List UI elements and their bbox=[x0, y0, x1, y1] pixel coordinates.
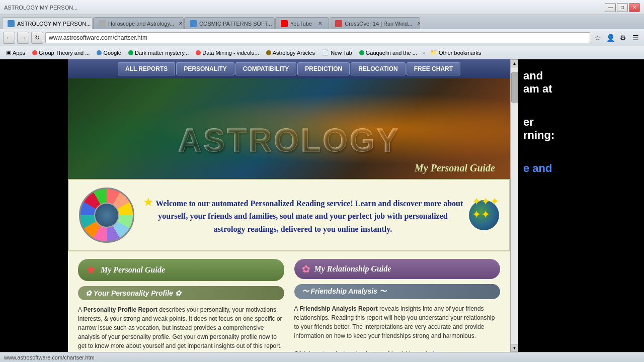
tab-crossover[interactable]: CrossOver 14 | Run Wind... ✕ bbox=[330, 17, 420, 29]
back-button[interactable]: ← bbox=[3, 32, 15, 44]
personality-profile-header: ✿ Your Personality Profile ✿ bbox=[78, 286, 284, 300]
friendship-analysis-header: 〜 Friendship Analysis 〜 bbox=[294, 284, 501, 299]
hero-subtitle: My Personal Guide bbox=[415, 162, 495, 174]
star-red-icon: ★ bbox=[86, 263, 97, 277]
personality-strong: Personality Profile Report bbox=[84, 306, 157, 313]
friendship-order-link[interactable]: Click here to select and order your frie… bbox=[294, 350, 439, 352]
bookmark-other[interactable]: 📁 Other bookmarks bbox=[428, 49, 483, 56]
personal-guide-label: My Personal Guide bbox=[101, 265, 165, 275]
bookmark-label-newtab: New Tab bbox=[331, 50, 352, 56]
bookmark-astrology-articles[interactable]: Astrology Articles bbox=[264, 49, 317, 56]
nav-compatibility[interactable]: COMPATIBILITY bbox=[235, 62, 297, 75]
user-icon[interactable]: 👤 bbox=[605, 32, 616, 43]
bookmark-label-data: Data Mining - videolu... bbox=[202, 50, 259, 56]
menu-icon[interactable]: ☰ bbox=[630, 32, 641, 43]
tab-horoscope[interactable]: Horoscope and Astrology... ✕ bbox=[93, 17, 184, 29]
right-text-3: er bbox=[523, 116, 639, 129]
personality-header-text: ✿ Your Personality Profile ✿ bbox=[86, 289, 181, 297]
dot-icon-gauq bbox=[359, 50, 364, 55]
stars-right: ✦✦✦✦✦ bbox=[472, 195, 499, 221]
tab-close-horoscope[interactable]: ✕ bbox=[179, 20, 183, 27]
main-area: ALL REPORTS PERSONALITY COMPATIBILITY PR… bbox=[0, 59, 644, 352]
bookmark-label-other: Other bookmarks bbox=[439, 50, 481, 56]
guides-section: ★ My Personal Guide ✿ Your Personality P… bbox=[68, 251, 510, 352]
tab-astrology[interactable]: ASTROLOGY MY PERSON... ✕ bbox=[2, 17, 93, 29]
personality-read-more-link[interactable]: Click here... bbox=[78, 351, 110, 352]
tab-youtube[interactable]: YouTube ✕ bbox=[275, 17, 329, 29]
scroll-up-button[interactable]: ▲ bbox=[511, 59, 519, 67]
status-bar: www.astrosoftware.com/chartser.htm bbox=[0, 352, 644, 362]
bookmark-label-group: Group Theory and ... bbox=[39, 50, 90, 56]
left-black-panel bbox=[0, 59, 68, 352]
scroll-thumb[interactable] bbox=[511, 72, 518, 103]
page-icon: 📄 bbox=[322, 49, 329, 56]
scroll-track[interactable] bbox=[511, 67, 518, 344]
tab-cosmic[interactable]: COSMIC PATTERNS SOFT... ✕ bbox=[184, 17, 275, 29]
bookmark-group-theory[interactable]: Group Theory and ... bbox=[30, 49, 92, 56]
site-navigation: ALL REPORTS PERSONALITY COMPATIBILITY PR… bbox=[68, 59, 510, 78]
maximize-button[interactable]: □ bbox=[617, 3, 628, 12]
close-button[interactable]: ✕ bbox=[629, 3, 640, 12]
nav-prediction[interactable]: PREDICTION bbox=[297, 62, 350, 75]
bookmark-label-google: Google bbox=[103, 50, 121, 56]
tab-close-crossover[interactable]: ✕ bbox=[417, 20, 421, 27]
zodiac-inner bbox=[94, 203, 119, 228]
bookmark-label-astro: Astrology Articles bbox=[273, 50, 315, 56]
zodiac-wheel bbox=[79, 188, 134, 243]
nav-free-chart[interactable]: FREE CHART bbox=[407, 62, 460, 75]
window-controls: — □ ✕ bbox=[605, 3, 640, 12]
bookmark-gauquelin[interactable]: Gauquelin and the ... bbox=[357, 49, 419, 56]
title-bar: ASTROLOGY MY PERSON... — □ ✕ bbox=[0, 0, 644, 15]
browser-window: ASTROLOGY MY PERSON... — □ ✕ ASTROLOGY M… bbox=[0, 0, 644, 362]
bookmark-apps[interactable]: ▣ Apps bbox=[4, 49, 27, 56]
welcome-text: Welcome to our automated Personalized Re… bbox=[155, 199, 463, 233]
status-text: www.astrosoftware.com/chartser.htm bbox=[4, 354, 95, 360]
tab-label-youtube: YouTube bbox=[290, 21, 312, 27]
tab-close-youtube[interactable]: ✕ bbox=[316, 20, 324, 27]
bookmark-dark-matter[interactable]: Dark matter mystery... bbox=[126, 49, 191, 56]
friendship-strong: Friendship Analysis Report bbox=[299, 305, 378, 312]
dot-icon-google bbox=[97, 50, 102, 55]
tab-bar: ASTROLOGY MY PERSON... ✕ Horoscope and A… bbox=[0, 15, 644, 29]
settings-icon[interactable]: ⚙ bbox=[617, 32, 628, 43]
nav-all-reports[interactable]: ALL REPORTS bbox=[118, 62, 175, 75]
tab-favicon-cosmic bbox=[190, 20, 197, 27]
relationship-guide-button[interactable]: ✿ My Relationship Guide bbox=[294, 259, 501, 279]
bookmark-label-dark: Dark matter mystery... bbox=[135, 50, 189, 56]
right-guide-column: ✿ My Relationship Guide 〜 Friendship Ana… bbox=[294, 259, 501, 352]
reload-button[interactable]: ↻ bbox=[31, 32, 43, 44]
dot-icon-astro bbox=[266, 50, 271, 55]
personal-guide-button[interactable]: ★ My Personal Guide bbox=[78, 259, 284, 281]
bookmark-new-tab[interactable]: 📄 New Tab bbox=[320, 49, 354, 56]
bookmark-star-icon[interactable]: ☆ bbox=[592, 32, 603, 43]
right-text-5: e and bbox=[523, 162, 639, 175]
forward-button[interactable]: → bbox=[17, 32, 29, 44]
welcome-section: ★ Welcome to our automated Personalized … bbox=[68, 179, 510, 251]
spacer2 bbox=[523, 142, 639, 162]
bookmark-label-gauq: Gauquelin and the ... bbox=[366, 50, 417, 56]
bookmark-google[interactable]: Google bbox=[95, 49, 123, 56]
dot-icon-data bbox=[196, 50, 201, 55]
tab-label-cosmic: COSMIC PATTERNS SOFT... bbox=[199, 21, 272, 27]
personality-content: A Personality Profile Report describes y… bbox=[78, 305, 284, 352]
friendship-content: A Friendship Analysis Report reveals ins… bbox=[294, 304, 501, 352]
nav-personality[interactable]: PERSONALITY bbox=[176, 62, 234, 75]
scroll-down-button[interactable]: ▼ bbox=[511, 344, 519, 352]
tab-favicon-youtube bbox=[281, 20, 288, 27]
minimize-button[interactable]: — bbox=[605, 3, 616, 12]
title-bar-left: ASTROLOGY MY PERSON... bbox=[4, 5, 77, 11]
url-box[interactable]: www.astrosoftware.com/chartser.htm bbox=[45, 32, 590, 43]
bookmark-data-mining[interactable]: Data Mining - videolu... bbox=[194, 49, 261, 56]
personality-text-prefix: A bbox=[78, 306, 84, 313]
url-text: www.astrosoftware.com/chartser.htm bbox=[49, 34, 147, 41]
bookmarks-divider: » bbox=[422, 50, 425, 56]
window-title: ASTROLOGY MY PERSON... bbox=[4, 5, 77, 11]
site-content: ALL REPORTS PERSONALITY COMPATIBILITY PR… bbox=[68, 59, 510, 352]
address-bar: ← → ↻ www.astrosoftware.com/chartser.htm… bbox=[0, 29, 644, 46]
dot-icon-dark bbox=[128, 50, 133, 55]
hero-banner: ASTROLOGY My Personal Guide bbox=[68, 78, 510, 179]
right-text-4: rning: bbox=[523, 129, 639, 142]
nav-relocation[interactable]: RELOCATION bbox=[351, 62, 405, 75]
right-text-2: am at bbox=[523, 82, 639, 96]
address-actions: ☆ 👤 ⚙ ☰ bbox=[592, 32, 641, 43]
